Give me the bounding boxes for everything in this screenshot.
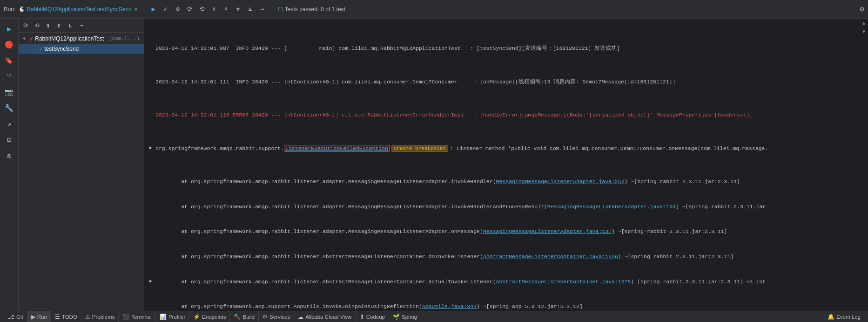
log-stack-6: at org.springframework.aop.support.AopUt… <box>155 302 866 311</box>
left-sidebar: ▶ 🔴 🔖 ⑂ 📷 🔧 ↗ ⊞ ◎ <box>0 19 19 311</box>
log-gutter-exception: ▶ <box>146 144 155 152</box>
top-bar: Run: 🐇 RabbitMQ12ApplicationTest.testSyn… <box>0 0 868 19</box>
log-stack-1: at org.springframework.amqp.rabbit.liste… <box>155 178 866 186</box>
settings-button[interactable]: ⚙ <box>860 5 864 14</box>
log-text-3: 2023-04-12 14:32:01.116 ERROR 28420 --- … <box>155 111 866 119</box>
tree-item-no-expand <box>30 45 37 53</box>
log-line-stack-3: at org.springframework.amqp.rabbit.liste… <box>146 227 866 236</box>
create-breakpoint-button[interactable]: Create breakpoint <box>391 145 448 152</box>
link-s5[interactable]: AbstractMessageListenerContainer.java:15… <box>496 279 631 285</box>
tree-item-root[interactable]: ▼ ✗ RabbitMQ12ApplicationTest (com.l...) <box>19 34 144 44</box>
log-line-stack-5: ▶ at org.springframework.amqp.rabbit.lis… <box>146 278 866 286</box>
sidebar-debug-icon[interactable]: 🔴 <box>2 37 17 52</box>
log-gutter-s5: ▶ <box>146 278 155 285</box>
sidebar-tools-icon[interactable]: 🔧 <box>2 101 17 116</box>
run-config[interactable]: 🐇 RabbitMQ12ApplicationTest.testSyncSend… <box>18 6 138 13</box>
terminal-icon: ⬛ <box>122 314 129 320</box>
tests-passed: ☐ Tests passed: 0 of 1 test <box>278 6 345 13</box>
alibaba-label: Alibaba Cloud View <box>305 314 352 320</box>
scroll-up-button[interactable]: ▲ <box>860 20 868 27</box>
status-services[interactable]: ⚙ Services <box>259 311 294 322</box>
event-log[interactable]: 🔔 Event Log <box>824 314 864 320</box>
spring-label: Spring <box>402 314 417 320</box>
rerun-button[interactable]: ⟳ <box>184 4 195 15</box>
status-codeup[interactable]: ⬆ Codeup <box>356 311 389 322</box>
tree-rerun-button[interactable]: ⟳ <box>20 21 31 31</box>
sidebar-external-icon[interactable]: ↗ <box>2 116 17 131</box>
codeup-label: Codeup <box>366 314 385 320</box>
tree-sort-button[interactable]: ⇅ <box>43 21 53 31</box>
link-s1[interactable]: MessagingMessageListenerAdapter.java:252 <box>496 178 625 185</box>
log-stack-3: at org.springframework.amqp.rabbit.liste… <box>155 227 866 236</box>
tree-more-button[interactable]: ⋯ <box>76 21 87 31</box>
tree-rerun-failed-button[interactable]: ⟲ <box>32 21 42 31</box>
tests-passed-label: Tests passed: <box>285 6 319 13</box>
toolbar-separator-2 <box>273 5 273 14</box>
play-button[interactable]: ▶ <box>148 4 159 15</box>
sidebar-structure-icon[interactable]: ⑂ <box>2 69 17 84</box>
tree-expand-arrow: ▼ <box>20 35 28 42</box>
sidebar-camera-icon[interactable]: 📷 <box>2 85 17 100</box>
status-alibaba[interactable]: ☁ Alibaba Cloud View <box>294 311 356 322</box>
log-scroll-buttons: ▲ ▼ <box>860 19 868 36</box>
close-tab-button[interactable]: ✕ <box>134 6 138 13</box>
scroll-down-button[interactable]: ▼ <box>860 28 868 35</box>
tree-item-root-sub: (com.l...) <box>106 36 140 41</box>
build-icon: 🔨 <box>234 314 241 320</box>
tree-collapse-button[interactable]: ⇈ <box>54 21 64 31</box>
sidebar-target-icon[interactable]: ◎ <box>2 148 17 163</box>
test-check-icon: ☐ <box>278 6 283 13</box>
check-button[interactable]: ✓ <box>160 4 171 15</box>
run-config-icon: 🐇 <box>18 6 25 12</box>
run-label: Run: <box>4 6 15 13</box>
tree-expand-button[interactable]: ⇊ <box>65 21 75 31</box>
link-s6[interactable]: AopUtils.java:344 <box>422 303 477 309</box>
tree-item-pass-icon: ✓ <box>39 46 42 53</box>
sidebar-bookmark-icon[interactable]: 🔖 <box>2 53 17 68</box>
sidebar-grid-icon[interactable]: ⊞ <box>2 132 17 147</box>
exception-colon: : Listener method 'public void com.lilei… <box>450 145 768 151</box>
profiler-icon: 📊 <box>160 314 167 320</box>
sort-up-button[interactable]: ⬆ <box>209 4 220 15</box>
todo-label: TODO <box>62 314 77 320</box>
log-text-1: 2023-04-12 14:32:01.087 INFO 28420 --- [… <box>155 44 866 53</box>
status-run[interactable]: ▶ Run <box>27 311 51 322</box>
status-terminal[interactable]: ⬛ Terminal <box>119 311 155 322</box>
toolbar-separator <box>143 5 143 14</box>
git-icon: ⎇ <box>8 314 14 320</box>
status-profiler[interactable]: 📊 Profiler <box>156 311 189 322</box>
sidebar-run-icon[interactable]: ▶ <box>2 21 17 36</box>
more-button[interactable]: ⋯ <box>257 4 268 15</box>
collapse-all-button[interactable]: ⇈ <box>233 4 244 15</box>
exception-link[interactable]: ListenerExecutionFailedException <box>285 145 388 151</box>
rerun-failed-button[interactable]: ⟲ <box>196 4 208 15</box>
status-spring[interactable]: 🌱 Spring <box>389 311 421 322</box>
run-status-label: Run <box>37 314 47 320</box>
tests-count: 0 of 1 test <box>321 6 345 13</box>
status-git[interactable]: ⎇ Git <box>4 311 27 322</box>
log-text-exception: org.springframework.amqp.rabbit.support.… <box>155 144 866 153</box>
link-s2[interactable]: MessagingMessageListenerAdapter.java:194 <box>547 204 676 210</box>
log-line-2: 2023-04-12 14:32:01.111 INFO 28420 --- [… <box>146 78 866 86</box>
status-build[interactable]: 🔨 Build <box>230 311 259 322</box>
tree-item-test1[interactable]: ✓ testSyncSend <box>19 44 144 54</box>
stop-button[interactable]: ⊘ <box>172 4 183 15</box>
run-config-name: RabbitMQ12ApplicationTest.testSyncSend <box>27 6 131 13</box>
codeup-icon: ⬆ <box>360 314 364 320</box>
log-panel: 2023-04-12 14:32:01.087 INFO 28420 --- [… <box>144 19 868 311</box>
link-s4[interactable]: AbstractMessageListenerContainer.java:16… <box>483 253 618 260</box>
sort-down-button[interactable]: ⬇ <box>221 4 232 15</box>
log-stack-5: at org.springframework.amqp.rabbit.liste… <box>155 278 866 286</box>
alibaba-icon: ☁ <box>298 314 303 320</box>
log-line-stack-1: at org.springframework.amqp.rabbit.liste… <box>146 178 866 186</box>
tree-item-fail-icon: ✗ <box>30 35 33 42</box>
log-content[interactable]: 2023-04-12 14:32:01.087 INFO 28420 --- [… <box>144 19 868 311</box>
status-problems[interactable]: ⚠ Problems <box>81 311 119 322</box>
status-bar: ⎇ Git ▶ Run ☰ TODO ⚠ Problems ⬛ Terminal… <box>0 311 868 322</box>
link-s3[interactable]: MessagingMessageListenerAdapter.java:137 <box>483 228 612 234</box>
spring-icon: 🌱 <box>393 314 400 320</box>
expand-all-button[interactable]: ⇊ <box>245 4 256 15</box>
tree-item-root-label: RabbitMQ12ApplicationTest <box>35 35 104 42</box>
status-todo[interactable]: ☰ TODO <box>51 311 81 322</box>
status-endpoints[interactable]: ⚡ Endpoints <box>189 311 230 322</box>
